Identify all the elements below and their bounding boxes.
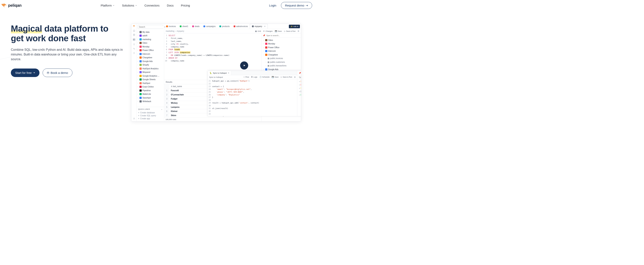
nav-item-docs[interactable]: Docs <box>167 4 174 7</box>
schema-table[interactable]: ›▦public.transactions <box>262 64 301 68</box>
toolbar-save---run[interactable]: ▷Save & Run <box>281 76 292 78</box>
schema-table[interactable]: ›▦public.customers <box>262 60 301 64</box>
tree-item[interactable]: ›Shopify <box>137 63 164 67</box>
tree-item[interactable]: ›My data <box>137 30 164 34</box>
tree-item[interactable]: ›Monday <box>137 45 164 49</box>
close-icon[interactable]: ✕ <box>228 72 229 74</box>
source-icon <box>265 54 267 56</box>
tree-item[interactable]: ›Mixpanel <box>137 71 164 74</box>
nav-item-solutions[interactable]: Solutions <box>122 4 137 7</box>
library-item[interactable]: ›Connected SaaS APIs <box>297 90 301 93</box>
editor-tab[interactable]: myquery✕ <box>250 24 268 29</box>
editor-tab[interactable]: campaigns <box>202 24 218 29</box>
toolbar-logs[interactable]: ≣Logs <box>251 76 257 78</box>
toolbar-save---run[interactable]: ▷Save & Run <box>284 30 296 32</box>
left-search[interactable]: ✕ <box>138 25 163 29</box>
nav-item-pricing[interactable]: Pricing <box>181 4 190 7</box>
schema-item[interactable]: ›Intercom <box>262 49 301 53</box>
home-icon[interactable] <box>133 30 135 32</box>
toolbar-save[interactable]: 💾Save <box>275 30 282 32</box>
library-item[interactable]: ›Python Examples <box>297 87 301 90</box>
start-free-button[interactable]: Start for free <box>11 69 40 77</box>
user-icon[interactable] <box>133 118 135 120</box>
pin-icon[interactable]: 📌 <box>263 34 265 37</box>
close-icon[interactable]: ✕ <box>264 25 266 28</box>
tool-icon: 🕒 <box>260 76 262 78</box>
settings-icon[interactable] <box>133 52 135 54</box>
editor-tab[interactable]: sheet1 <box>178 24 190 29</box>
chevron-down-icon[interactable]: ⌄ <box>161 108 162 110</box>
source-icon <box>140 35 142 37</box>
toolbar-save[interactable]: 💾Save <box>272 76 278 78</box>
library-search-input[interactable] <box>299 76 301 78</box>
rocket-icon[interactable] <box>133 43 135 45</box>
tree-item[interactable]: ›marketing <box>137 38 164 41</box>
book-demo-button[interactable]: Book a demo <box>42 69 72 77</box>
source-icon <box>140 100 142 103</box>
ask-ai-button[interactable]: ✨Ask AI <box>289 25 300 28</box>
tree-item[interactable]: ›Exact Online <box>137 85 164 89</box>
library-item[interactable]: ›Peliqan - Work With Data <box>297 80 301 83</box>
tree-item[interactable]: ›askAI <box>137 34 164 38</box>
source-icon <box>140 60 142 62</box>
quick-link[interactable]: +Create database <box>138 111 162 114</box>
editor-tab[interactable]: deals <box>190 24 202 29</box>
tree-item-label: Odoo <box>142 42 147 44</box>
editor-tab[interactable]: products <box>218 24 232 29</box>
schema-table[interactable]: ›▦public.invoices <box>262 57 301 60</box>
toolbar-changes[interactable]: ⟳Changes <box>263 30 272 32</box>
python-editor[interactable]: 21hubspot_api = pq.connect('HubSpot')222… <box>208 79 297 116</box>
table-icon: ▦ <box>268 57 269 60</box>
tree-item[interactable]: ›Power Office <box>137 49 164 52</box>
table-icon[interactable] <box>132 38 136 41</box>
schema-search-input[interactable] <box>266 34 300 37</box>
gear-icon[interactable]: ⚙ <box>298 30 299 32</box>
source-icon <box>265 39 267 41</box>
gear-icon[interactable]: ⚙ <box>294 76 296 78</box>
tree-item[interactable]: ›MailerLite <box>137 92 164 96</box>
tree-item[interactable]: ›Google Analytics ... <box>137 74 164 78</box>
peliqan-bird-icon[interactable] <box>133 25 135 27</box>
play-video-button[interactable] <box>240 61 248 70</box>
svg-rect-0 <box>47 72 49 74</box>
activity-icon[interactable] <box>133 48 135 50</box>
left-search-input[interactable] <box>139 26 164 28</box>
tree-item[interactable]: ›HubSpot Analytics <box>137 67 164 71</box>
nav-item-platform[interactable]: Platform <box>100 4 115 7</box>
toolbar-flow[interactable]: ⇢Flow <box>243 76 249 78</box>
caret-icon: › <box>138 97 139 99</box>
schema-item[interactable]: ›Power Office <box>262 46 301 49</box>
schema-item[interactable]: ›Monday <box>262 42 301 46</box>
login-link[interactable]: Login <box>269 4 276 7</box>
toolbar-schedule[interactable]: 🕒Schedule <box>260 76 270 78</box>
caret-icon: › <box>138 101 139 102</box>
source-icon <box>140 64 142 66</box>
editor-tab[interactable]: salesinvoices <box>232 24 250 29</box>
library-item[interactable]: ›Streamlit - Build A UI <box>297 83 301 87</box>
nav-item-connectors[interactable]: Connectors <box>144 4 160 7</box>
tree-item[interactable]: ›Writeback <box>137 100 164 103</box>
brand-logo[interactable]: peliqan <box>0 3 22 8</box>
quick-link[interactable]: +Create SQL query <box>138 114 162 117</box>
sync-tab[interactable]: 🐍 Sync to Hubspot ✕ <box>208 71 231 75</box>
tree-item[interactable]: ›Odoo <box>137 41 164 45</box>
schema-item[interactable]: ›Odoo <box>262 38 301 42</box>
schema-item[interactable]: ⌄Chargebee <box>262 53 301 57</box>
caret-icon: › <box>138 75 139 77</box>
source-icon <box>265 50 267 52</box>
tree-item[interactable]: ›Starshipit <box>137 96 164 100</box>
quick-link[interactable]: +Create app <box>138 117 162 120</box>
toolbar-grid[interactable]: ▦Grid <box>255 30 261 32</box>
tree-item[interactable]: ›Google Sheets <box>137 78 164 82</box>
editor-tabs: invoicessheet1dealscampaignsproductssale… <box>164 24 301 29</box>
editor-tab[interactable]: invoices <box>164 24 178 29</box>
request-demo-button[interactable]: Request demo <box>281 2 312 9</box>
library-item[interactable]: ›Available SaaS APIs <box>297 93 301 97</box>
database-icon[interactable] <box>133 34 135 36</box>
tree-item[interactable]: ›Intercom <box>137 52 164 56</box>
tree-item[interactable]: ›Chargebee <box>137 56 164 60</box>
pin-icon[interactable]: 📌 <box>299 72 301 74</box>
tree-item[interactable]: ›Google Ads <box>137 60 164 63</box>
tree-item[interactable]: ›Pipedrive <box>137 89 164 92</box>
tree-item[interactable]: ›HubSpot <box>137 81 164 85</box>
